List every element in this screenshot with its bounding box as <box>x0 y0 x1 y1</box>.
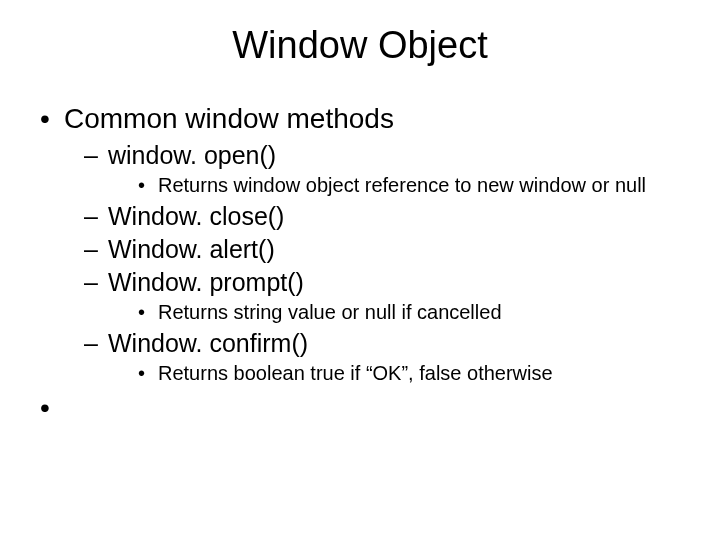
bullet-list-level2: window. open() Returns window object ref… <box>64 141 680 386</box>
list-item: Window. alert() <box>84 235 680 264</box>
list-item: Window. prompt() Returns string value or… <box>84 268 680 325</box>
list-item: Common window methods window. open() Ret… <box>40 103 680 386</box>
bullet-text: Window. close() <box>108 202 284 230</box>
bullet-text: Returns string value or null if cancelle… <box>158 301 502 323</box>
list-item: Returns window object reference to new w… <box>138 172 680 198</box>
bullet-text: Common window methods <box>64 103 394 134</box>
list-item: Window. confirm() Returns boolean true i… <box>84 329 680 386</box>
bullet-list-level1: Common window methods window. open() Ret… <box>40 103 680 386</box>
list-item: Window. close() <box>84 202 680 231</box>
bullet-text: Window. prompt() <box>108 268 304 296</box>
slide: Window Object Common window methods wind… <box>0 0 720 540</box>
bullet-text: Returns window object reference to new w… <box>158 174 646 196</box>
bullet-list-level3: Returns string value or null if cancelle… <box>108 299 680 325</box>
bullet-text: Window. confirm() <box>108 329 308 357</box>
slide-title: Window Object <box>40 24 680 67</box>
bullet-list-level3: Returns window object reference to new w… <box>108 172 680 198</box>
bullet-text: window. open() <box>108 141 276 169</box>
list-item: Returns string value or null if cancelle… <box>138 299 680 325</box>
list-item: window. open() Returns window object ref… <box>84 141 680 198</box>
bullet-list-level3: Returns boolean true if “OK”, false othe… <box>108 360 680 386</box>
bullet-text: Returns boolean true if “OK”, false othe… <box>158 362 553 384</box>
list-item: Returns boolean true if “OK”, false othe… <box>138 360 680 386</box>
bullet-text: Window. alert() <box>108 235 275 263</box>
